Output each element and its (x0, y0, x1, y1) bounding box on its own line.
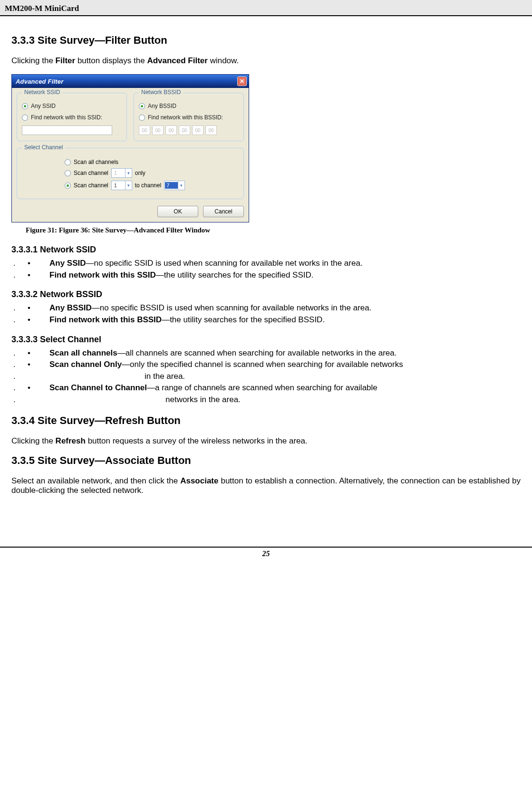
radio-label: Find network with this BSSID: (148, 114, 223, 121)
heading-3-3-3-3: 3.3.3.3 Select Channel (11, 335, 521, 345)
leading-dot: . (11, 302, 28, 314)
radio-label: to channel (135, 182, 161, 189)
text-bold: Refresh (56, 436, 86, 445)
chevron-down-icon: ▾ (125, 181, 132, 190)
chevron-down-icon: ▾ (178, 181, 184, 190)
close-icon[interactable]: ✕ (237, 77, 247, 86)
radio-label: Any SSID (31, 103, 56, 109)
bullet-icon: • (28, 382, 49, 394)
list-item: . • Scan channel Only—only the specified… (11, 359, 521, 371)
desc: in the area. (28, 371, 521, 383)
text: Clicking the (11, 56, 56, 65)
desc: —all channels are scanned when searching… (117, 348, 397, 357)
group-legend: Select Channel (22, 144, 65, 151)
list-item-continuation: . networks in the area. (11, 394, 521, 406)
window-titlebar[interactable]: Advanced Filter ✕ (12, 75, 249, 88)
heading-3-3-3-1: 3.3.3.1 Network SSID (11, 245, 521, 255)
radio-label: Scan channel (74, 182, 108, 189)
text-bold: Filter (56, 56, 76, 65)
page-number: 25 (262, 549, 270, 558)
channel-to-dropdown[interactable]: 7 ▾ (164, 181, 185, 190)
desc: —the utility searches for the specified … (162, 315, 325, 324)
radio-label: Find network with this SSID: (31, 114, 102, 121)
intro-3-3-3: Clicking the Filter button displays the … (11, 56, 521, 66)
bullet-icon: • (28, 258, 49, 270)
cancel-button[interactable]: Cancel (203, 206, 244, 217)
list-item: . • Find network with this SSID—the util… (11, 270, 521, 281)
bullet-icon: • (28, 302, 49, 314)
desc: networks in the area. (28, 394, 521, 406)
radio-scan-range[interactable] (65, 183, 71, 189)
list-item: . • Find network with this BSSID—the uti… (11, 314, 521, 326)
channel-only-dropdown[interactable]: 1 ▾ (111, 168, 132, 178)
text: window. (208, 56, 239, 65)
leading-dot: . (11, 270, 28, 281)
leading-dot: . (11, 394, 28, 406)
radio-label: Scan all channels (74, 159, 118, 165)
bssid-octet-input[interactable]: 00 (152, 125, 164, 135)
leading-dot: . (11, 371, 28, 383)
leading-dot: . (11, 359, 28, 371)
dropdown-value: 1 (112, 170, 125, 176)
heading-3-3-3-2: 3.3.3.2 Network BSSID (11, 289, 521, 299)
bssid-octet-input[interactable]: 00 (205, 125, 217, 135)
text-bold: Associate (180, 476, 218, 485)
figure-caption: Figure 31: Figure 36: Site Survey—Advanc… (26, 226, 521, 234)
group-network-ssid: Network SSID Any SSID Find network with … (17, 93, 127, 141)
group-network-bssid: Network BSSID Any BSSID Find network wit… (134, 93, 244, 141)
dropdown-value: 7 (165, 182, 178, 189)
text: button requests a survey of the wireless… (86, 436, 308, 445)
heading-3-3-4: 3.3.4 Site Survey—Refresh Button (11, 414, 521, 427)
bssid-octets: 00 00 00 00 00 00 (139, 125, 239, 135)
chevron-down-icon: ▾ (125, 169, 132, 177)
para-3-3-4: Clicking the Refresh button requests a s… (11, 436, 521, 446)
bullet-icon: • (28, 314, 49, 326)
desc: —no specific BSSID is used when scanning… (92, 303, 372, 312)
radio-any-ssid[interactable] (22, 103, 28, 109)
leading-dot: . (11, 314, 28, 326)
bullet-icon: • (28, 270, 49, 281)
radio-find-bssid[interactable] (139, 115, 145, 121)
list-item: . • Any SSID—no specific SSID is used wh… (11, 258, 521, 270)
para-3-3-5: Select an available network, and then cl… (11, 476, 521, 495)
bullet-icon: • (28, 359, 49, 371)
term: Scan all channels (49, 348, 117, 357)
bullet-list-channel: . • Scan all channels—all channels are s… (11, 347, 521, 406)
text: Select an available network, and then cl… (11, 476, 180, 485)
group-select-channel: Select Channel Scan all channels Scan ch… (17, 148, 244, 199)
group-legend: Network BSSID (139, 89, 183, 96)
bssid-octet-input[interactable]: 00 (139, 125, 150, 135)
heading-3-3-3: 3.3.3 Site Survey—Filter Button (11, 34, 521, 47)
term: Find network with this BSSID (49, 315, 162, 324)
term: Any SSID (49, 259, 86, 268)
bssid-octet-input[interactable]: 00 (179, 125, 190, 135)
radio-scan-only[interactable] (65, 170, 71, 176)
radio-find-ssid[interactable] (22, 115, 28, 121)
leading-dot: . (11, 382, 28, 394)
window-title: Advanced Filter (16, 78, 237, 85)
advanced-filter-window: Advanced Filter ✕ Network SSID Any SSID … (11, 74, 249, 222)
bssid-octet-input[interactable]: 00 (192, 125, 203, 135)
heading-3-3-5: 3.3.5 Site Survey—Associate Button (11, 454, 521, 467)
radio-scan-all[interactable] (65, 159, 71, 165)
radio-label: Any BSSID (148, 103, 176, 109)
bssid-octet-input[interactable]: 00 (165, 125, 177, 135)
product-name: MM200-M MiniCard (5, 4, 79, 13)
page-header: MM200-M MiniCard (0, 0, 532, 16)
term: Scan channel Only (49, 360, 122, 369)
bullet-icon: • (28, 347, 49, 359)
desc: —no specific SSID is used when scanning … (86, 259, 363, 268)
channel-from-dropdown[interactable]: 1 ▾ (111, 181, 132, 190)
radio-label: only (135, 170, 145, 176)
ok-button[interactable]: OK (157, 206, 198, 217)
desc: —only the specified channel is scanned w… (122, 360, 403, 369)
desc: —a range of channels are scanned when se… (147, 383, 377, 392)
ssid-input[interactable] (22, 125, 112, 135)
bullet-list-bssid: . • Any BSSID—no specific BSSID is used … (11, 302, 521, 326)
radio-any-bssid[interactable] (139, 103, 145, 109)
list-item: . • Scan Channel to Channel—a range of c… (11, 382, 521, 394)
text: button displays the (75, 56, 147, 65)
desc: —the utility searches for the specified … (156, 270, 314, 279)
leading-dot: . (11, 258, 28, 270)
term: Find network with this SSID (49, 270, 156, 279)
